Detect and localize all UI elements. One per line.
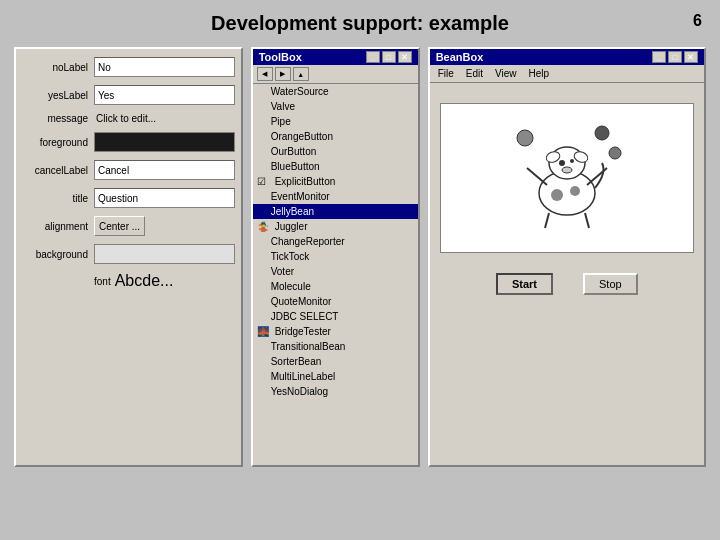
- svg-point-14: [551, 189, 563, 201]
- prop-label-nolabel: noLabel: [22, 62, 94, 73]
- beanbox-close-button[interactable]: ✕: [684, 51, 698, 63]
- toolbox-item-bluebutton[interactable]: BlueButton: [253, 159, 418, 174]
- page-title: Development support: example: [0, 0, 720, 43]
- svg-point-13: [609, 147, 621, 159]
- svg-line-8: [585, 213, 589, 228]
- svg-point-11: [517, 130, 533, 146]
- toolbox-item-molecule[interactable]: Molecule: [253, 279, 418, 294]
- beanbox-minimize-button[interactable]: _: [652, 51, 666, 63]
- prop-label-title: title: [22, 193, 94, 204]
- prop-row-nolabel: noLabel: [22, 57, 235, 77]
- beanbox-menubar: File Edit View Help: [430, 65, 704, 83]
- toolbox-item-juggler[interactable]: 🤹 Juggler: [253, 219, 418, 234]
- menu-view[interactable]: View: [491, 67, 521, 80]
- stop-button[interactable]: Stop: [583, 273, 638, 295]
- toolbox-item-explicitbutton[interactable]: ☑ ExplicitButton: [253, 174, 418, 189]
- start-button[interactable]: Start: [496, 273, 553, 295]
- toolbox-item-jdbc[interactable]: JDBC SELECT: [253, 309, 418, 324]
- toolbox-item-quotemonitor[interactable]: QuoteMonitor: [253, 294, 418, 309]
- bridge-icon: 🌉: [257, 326, 271, 340]
- prop-input-title[interactable]: [94, 188, 235, 208]
- prop-input-cancellabel[interactable]: [94, 160, 235, 180]
- prop-row-message: message Click to edit...: [22, 113, 235, 124]
- beanbox-title: BeanBox: [436, 51, 484, 63]
- toolbox-item-ourbutton[interactable]: OurButton: [253, 144, 418, 159]
- toolbox-item-jellybean[interactable]: JellyBean: [253, 204, 418, 219]
- prop-label-background: background: [22, 249, 94, 260]
- toolbox-close-button[interactable]: ✕: [398, 51, 412, 63]
- prop-row-alignment: alignment Center ...: [22, 216, 235, 236]
- toolbox-panel: ToolBox _ □ ✕ ◀ ▶ ▲ WaterSource Valve Pi…: [251, 47, 420, 467]
- page-number: 6: [693, 12, 702, 30]
- prop-input-yeslabel[interactable]: [94, 85, 235, 105]
- toolbox-toolbar-btn3[interactable]: ▲: [293, 67, 309, 81]
- toolbox-toolbar-btn2[interactable]: ▶: [275, 67, 291, 81]
- menu-file[interactable]: File: [434, 67, 458, 80]
- toolbox-item-valve[interactable]: Valve: [253, 99, 418, 114]
- juggler-figure: [507, 113, 627, 243]
- svg-point-15: [570, 186, 580, 196]
- prop-label-alignment: alignment: [22, 221, 94, 232]
- prop-label-font: font: [94, 276, 111, 287]
- properties-panel: noLabel yesLabel message Click to edit..…: [14, 47, 243, 467]
- beanbox-canvas: [440, 103, 694, 253]
- beanbox-titlebar-buttons: _ □ ✕: [652, 51, 698, 63]
- toolbox-item-orangebutton[interactable]: OrangeButton: [253, 129, 418, 144]
- toolbox-toolbar: ◀ ▶ ▲: [253, 65, 418, 84]
- prop-label-message: message: [22, 113, 94, 124]
- menu-help[interactable]: Help: [525, 67, 554, 80]
- prop-row-cancellabel: cancelLabel: [22, 160, 235, 180]
- prop-row-background: background: [22, 244, 235, 264]
- prop-input-nolabel[interactable]: [94, 57, 235, 77]
- svg-point-6: [562, 167, 572, 173]
- prop-color-background[interactable]: [94, 244, 235, 264]
- toolbox-titlebar: ToolBox _ □ ✕: [253, 49, 418, 65]
- toolbox-maximize-button[interactable]: □: [382, 51, 396, 63]
- toolbox-minimize-button[interactable]: _: [366, 51, 380, 63]
- prop-row-font: font Abcde...: [94, 272, 235, 290]
- svg-line-7: [545, 213, 549, 228]
- toolbox-item-eventmonitor[interactable]: EventMonitor: [253, 189, 418, 204]
- prop-value-font: Abcde...: [115, 272, 174, 290]
- prop-value-message: Click to edit...: [94, 113, 235, 124]
- beanbox-maximize-button[interactable]: □: [668, 51, 682, 63]
- toolbox-item-bridgetester[interactable]: 🌉 BridgeTester: [253, 324, 418, 339]
- toolbox-item-voter[interactable]: Voter: [253, 264, 418, 279]
- prop-label-yeslabel: yesLabel: [22, 90, 94, 101]
- svg-point-5: [570, 159, 574, 163]
- prop-color-foreground[interactable]: [94, 132, 235, 152]
- toolbox-item-sorterbean[interactable]: SorterBean: [253, 354, 418, 369]
- toolbox-item-watersource[interactable]: WaterSource: [253, 84, 418, 99]
- juggler-icon: 🤹: [257, 221, 271, 235]
- toolbox-item-multilinelabel[interactable]: MultiLineLabel: [253, 369, 418, 384]
- toolbox-item-yesnodialog[interactable]: YesNoDialog: [253, 384, 418, 399]
- beanbox-buttons: Start Stop: [430, 263, 704, 305]
- beanbox-titlebar: BeanBox _ □ ✕: [430, 49, 704, 65]
- toolbox-title: ToolBox: [259, 51, 302, 63]
- menu-edit[interactable]: Edit: [462, 67, 487, 80]
- checkbox-icon: ☑: [257, 176, 271, 190]
- toolbox-titlebar-buttons: _ □ ✕: [366, 51, 412, 63]
- prop-row-title: title: [22, 188, 235, 208]
- toolbox-item-changereporter[interactable]: ChangeReporter: [253, 234, 418, 249]
- beanbox-panel: BeanBox _ □ ✕ File Edit View Help: [428, 47, 706, 467]
- prop-alignment-button[interactable]: Center ...: [94, 216, 145, 236]
- prop-label-cancellabel: cancelLabel: [22, 165, 94, 176]
- prop-row-yeslabel: yesLabel: [22, 85, 235, 105]
- svg-point-12: [595, 126, 609, 140]
- svg-line-10: [587, 168, 607, 185]
- svg-point-4: [559, 160, 565, 166]
- toolbox-toolbar-btn1[interactable]: ◀: [257, 67, 273, 81]
- prop-label-foreground: foreground: [22, 137, 94, 148]
- toolbox-item-ticktock[interactable]: TickTock: [253, 249, 418, 264]
- svg-line-9: [527, 168, 547, 185]
- toolbox-item-transitionalbean[interactable]: TransitionalBean: [253, 339, 418, 354]
- toolbox-item-pipe[interactable]: Pipe: [253, 114, 418, 129]
- prop-row-foreground: foreground: [22, 132, 235, 152]
